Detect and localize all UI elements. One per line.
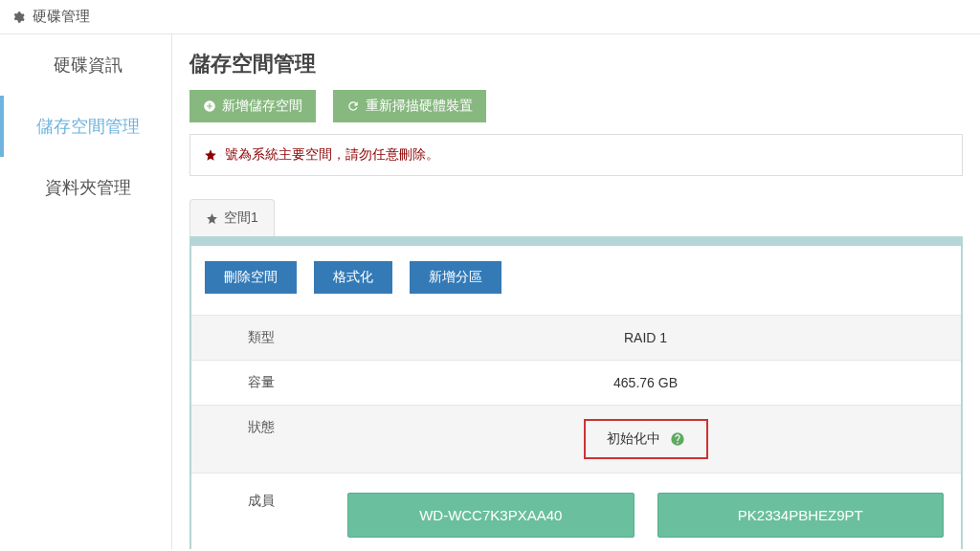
status-label: 狀態	[191, 406, 330, 473]
help-icon[interactable]	[670, 431, 685, 447]
sidebar-item-storage-mgmt[interactable]: 儲存空間管理	[0, 96, 171, 157]
rescan-button[interactable]: 重新掃描硬體裝置	[333, 90, 486, 122]
star-icon	[204, 148, 217, 162]
rescan-label: 重新掃描硬體裝置	[366, 98, 473, 115]
status-highlight-box: 初始化中	[584, 419, 708, 459]
member-disk-1[interactable]: WD-WCC7K3PXAA40	[347, 493, 635, 538]
delete-space-button[interactable]: 刪除空間	[205, 261, 297, 294]
tab-bar: 空間1	[189, 199, 963, 236]
storage-actions: 刪除空間 格式化 新增分區	[191, 246, 961, 315]
new-partition-button[interactable]: 新增分區	[410, 261, 501, 294]
tab-label: 空間1	[224, 209, 258, 227]
add-storage-button[interactable]: 新增儲存空間	[189, 90, 316, 122]
format-button[interactable]: 格式化	[314, 261, 392, 294]
members-label: 成員	[191, 474, 330, 549]
sidebar-item-disk-info[interactable]: 硬碟資訊	[0, 34, 171, 96]
page-title: 儲存空間管理	[189, 50, 963, 78]
main-content: 儲存空間管理 新增儲存空間 重新掃描硬體裝置 號為系統主要空間，請勿任意刪除。 …	[172, 34, 980, 549]
member-disk-2[interactable]: PK2334PBHEZ9PT	[657, 493, 945, 538]
storage-panel: 刪除空間 格式化 新增分區 類型 RAID 1 容量 465.76 GB 狀態	[189, 236, 963, 549]
plus-icon	[203, 99, 216, 113]
row-capacity: 容量 465.76 GB	[191, 360, 961, 405]
capacity-value: 465.76 GB	[330, 361, 961, 405]
type-value: RAID 1	[330, 316, 961, 360]
row-type: 類型 RAID 1	[191, 315, 961, 360]
toolbar: 新增儲存空間 重新掃描硬體裝置	[189, 90, 963, 122]
refresh-icon	[346, 99, 360, 113]
row-status: 狀態 初始化中	[191, 405, 961, 473]
add-storage-label: 新增儲存空間	[222, 98, 302, 115]
status-text: 初始化中	[607, 430, 660, 448]
warning-note: 號為系統主要空間，請勿任意刪除。	[189, 134, 963, 176]
row-members: 成員 WD-WCC7K3PXAA40 PK2334PBHEZ9PT	[191, 473, 961, 549]
topbar: 硬碟管理	[0, 0, 980, 34]
capacity-label: 容量	[191, 361, 330, 405]
sidebar-item-folder-mgmt[interactable]: 資料夾管理	[0, 157, 171, 218]
star-icon	[206, 212, 218, 225]
tab-space-1[interactable]: 空間1	[189, 199, 275, 236]
status-value-cell: 初始化中	[330, 406, 961, 473]
info-table: 類型 RAID 1 容量 465.76 GB 狀態 初始化中	[191, 315, 961, 549]
members-cell: WD-WCC7K3PXAA40 PK2334PBHEZ9PT	[330, 474, 961, 549]
type-label: 類型	[191, 316, 330, 360]
gear-icon	[11, 11, 25, 24]
topbar-title: 硬碟管理	[33, 8, 90, 26]
sidebar: 硬碟資訊 儲存空間管理 資料夾管理	[0, 34, 172, 549]
note-text: 號為系統主要空間，請勿任意刪除。	[225, 146, 439, 164]
